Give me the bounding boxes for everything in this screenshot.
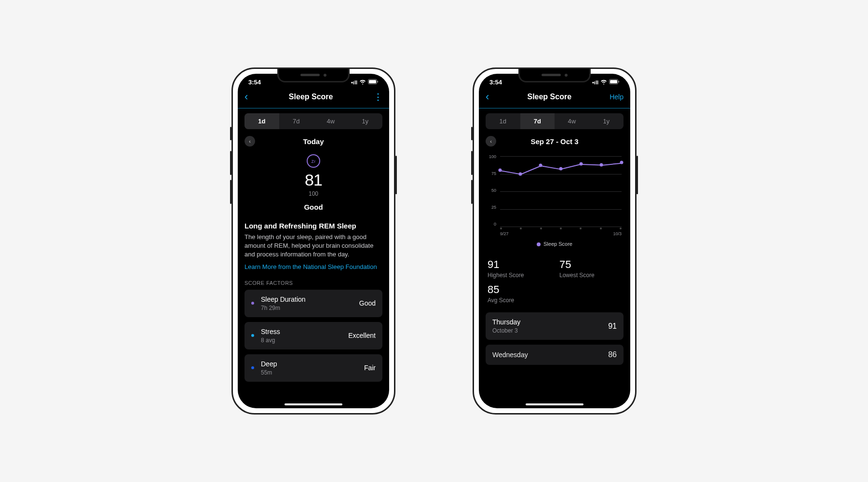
chart-legend: Sleep Score bbox=[486, 236, 624, 254]
y-tick: 50 bbox=[486, 188, 496, 193]
home-indicator[interactable] bbox=[285, 403, 342, 405]
day-name: Wednesday bbox=[492, 351, 608, 359]
nav-bar: ‹ Sleep Score ⋮ bbox=[238, 87, 389, 108]
x-tick: 9/27 bbox=[500, 231, 509, 236]
battery-icon bbox=[368, 79, 379, 85]
day-row-thursday[interactable]: Thursday October 3 91 bbox=[486, 312, 624, 340]
stat-avg: 85 Avg Score bbox=[488, 283, 550, 304]
seg-4w[interactable]: 4w bbox=[555, 113, 589, 129]
nav-title: Sleep Score bbox=[527, 93, 571, 101]
svg-rect-5 bbox=[619, 81, 620, 83]
svg-rect-2 bbox=[378, 81, 379, 83]
seg-1d[interactable]: 1d bbox=[486, 113, 520, 129]
phone-frame-right: 3:54 •ıll ‹ Sleep Score Help 1d 7d 4w 1y bbox=[473, 67, 637, 415]
nav-title: Sleep Score bbox=[289, 93, 333, 101]
seg-1y[interactable]: 1y bbox=[589, 113, 624, 129]
factor-dot-icon bbox=[251, 334, 254, 337]
svg-rect-1 bbox=[369, 80, 376, 83]
sleep-score-chart: 100 75 50 25 0 bbox=[486, 154, 624, 254]
date-title: Today bbox=[255, 137, 372, 146]
factor-dot-icon bbox=[251, 302, 254, 305]
y-tick: 100 bbox=[486, 154, 496, 159]
factor-sub: 55m bbox=[261, 369, 364, 376]
time-segment: 1d 7d 4w 1y bbox=[486, 113, 624, 129]
factors-heading: SCORE FACTORS bbox=[244, 280, 382, 286]
chart-point bbox=[600, 163, 603, 166]
factor-rating: Excellent bbox=[348, 332, 376, 339]
insight-body: The length of your sleep, paired with a … bbox=[244, 233, 382, 259]
day-date: October 3 bbox=[492, 327, 608, 334]
day-score: 86 bbox=[608, 350, 617, 359]
stat-lowest: 75 Lowest Score bbox=[559, 258, 622, 279]
insight-title: Long and Refreshing REM Sleep bbox=[244, 222, 382, 230]
seg-1y[interactable]: 1y bbox=[348, 113, 383, 129]
help-link[interactable]: Help bbox=[610, 93, 624, 101]
insight-link[interactable]: Learn More from the National Sleep Found… bbox=[244, 263, 382, 270]
legend-dot-icon bbox=[537, 242, 541, 246]
chart-point bbox=[559, 167, 563, 171]
signal-icon: •ıll bbox=[592, 80, 598, 85]
back-icon[interactable]: ‹ bbox=[486, 91, 489, 103]
status-time: 3:54 bbox=[248, 79, 261, 86]
prev-date-button[interactable]: ‹ bbox=[244, 136, 255, 147]
score-label: Good bbox=[244, 203, 382, 211]
chart-point bbox=[580, 162, 583, 166]
wifi-icon bbox=[600, 79, 607, 85]
day-score: 91 bbox=[608, 322, 617, 331]
signal-icon: •ıll bbox=[351, 80, 357, 85]
home-indicator[interactable] bbox=[526, 403, 583, 405]
factor-rating: Good bbox=[359, 299, 376, 307]
chart-point bbox=[499, 169, 502, 172]
seg-7d[interactable]: 7d bbox=[279, 113, 314, 129]
chart-point bbox=[539, 163, 542, 167]
factor-dot-icon bbox=[251, 366, 254, 369]
y-tick: 25 bbox=[486, 205, 496, 210]
factor-sleep-duration[interactable]: Sleep Duration 7h 29m Good bbox=[244, 290, 382, 317]
date-title: Sep 27 - Oct 3 bbox=[496, 137, 613, 146]
prev-date-button[interactable]: ‹ bbox=[486, 136, 496, 147]
factor-rating: Fair bbox=[364, 364, 376, 372]
factor-name: Sleep Duration bbox=[261, 295, 359, 303]
nav-bar: ‹ Sleep Score Help bbox=[479, 87, 630, 108]
back-icon[interactable]: ‹ bbox=[244, 91, 248, 103]
chart-point bbox=[620, 161, 624, 164]
score-max: 100 bbox=[244, 190, 382, 197]
factor-sub: 8 avg bbox=[261, 337, 348, 344]
factor-deep[interactable]: Deep 55m Fair bbox=[244, 354, 382, 382]
status-time: 3:54 bbox=[489, 79, 502, 86]
time-segment: 1d 7d 4w 1y bbox=[244, 113, 382, 129]
factor-sub: 7h 29m bbox=[261, 305, 359, 311]
factor-name: Deep bbox=[261, 360, 364, 368]
factor-stress[interactable]: Stress 8 avg Excellent bbox=[244, 322, 382, 349]
x-tick: 10/3 bbox=[613, 231, 622, 236]
seg-4w[interactable]: 4w bbox=[313, 113, 348, 129]
score-value: 81 bbox=[244, 171, 382, 189]
chart-point bbox=[519, 172, 522, 175]
sleep-icon: zz bbox=[307, 154, 320, 168]
y-tick: 75 bbox=[486, 171, 496, 176]
menu-icon[interactable]: ⋮ bbox=[374, 92, 382, 102]
y-tick: 0 bbox=[486, 222, 496, 227]
day-row-wednesday[interactable]: Wednesday 86 bbox=[486, 345, 624, 365]
day-name: Thursday bbox=[492, 318, 608, 326]
stat-highest: 91 Highest Score bbox=[488, 258, 550, 279]
wifi-icon bbox=[359, 79, 366, 85]
battery-icon bbox=[609, 79, 620, 85]
svg-rect-4 bbox=[610, 80, 617, 83]
seg-1d[interactable]: 1d bbox=[244, 113, 279, 129]
seg-7d[interactable]: 7d bbox=[520, 113, 555, 129]
phone-frame-left: 3:54 •ıll ‹ Sleep Score ⋮ 1d 7d 4w 1y bbox=[231, 67, 395, 415]
factor-name: Stress bbox=[261, 328, 348, 335]
